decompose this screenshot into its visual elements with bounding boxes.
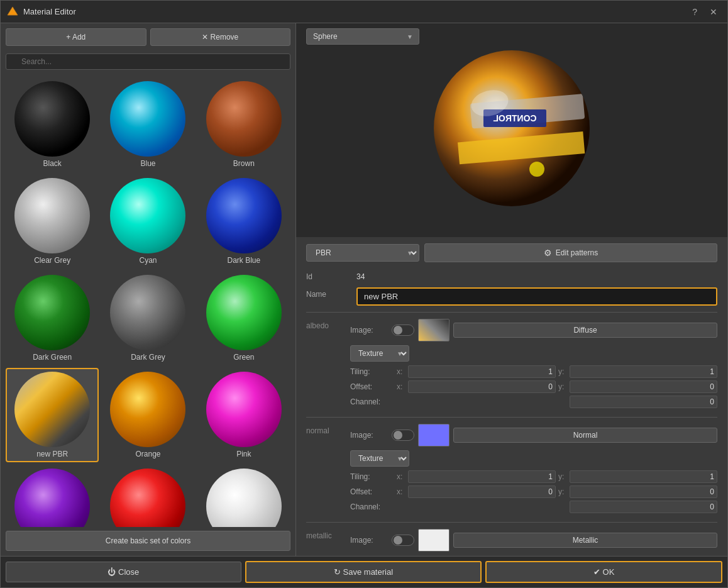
ok-button[interactable]: ✔ OK [485, 561, 722, 583]
metallic-image-thumb [418, 529, 449, 552]
material-sphere-brown [206, 81, 282, 157]
albedo-image-thumb [418, 319, 449, 341]
close-button[interactable]: ⏻ Close [6, 562, 241, 582]
normal-channel-input[interactable] [570, 501, 717, 513]
metallic-label: metallic [306, 529, 350, 540]
shape-dropdown[interactable]: Sphere Box Plane [306, 28, 419, 45]
material-label-pink: Pink [236, 450, 251, 458]
material-sphere-clear-grey [14, 178, 90, 253]
material-item-cyan[interactable]: Cyan [101, 174, 194, 269]
normal-texture-dropdown[interactable]: Texture [350, 450, 409, 467]
normal-texture-dropdown-wrap: Texture [350, 450, 409, 467]
albedo-tiling-y-input[interactable] [570, 365, 717, 378]
material-item-dark-green[interactable]: Dark Green [6, 271, 99, 365]
material-item-pink[interactable]: Pink [197, 368, 290, 462]
normal-image-row: Image: Normal [350, 424, 717, 447]
remove-button[interactable]: ✕ Remove [150, 28, 291, 46]
material-sphere-dark-green [14, 275, 90, 350]
normal-row: normal Image: Normal [306, 424, 717, 516]
title-bar: Material Editor ? ✕ [1, 1, 727, 23]
material-item-blue[interactable]: Blue [101, 77, 194, 172]
albedo-toggle-knob [394, 326, 402, 335]
name-input[interactable] [356, 287, 717, 306]
material-sphere-blue [110, 81, 185, 157]
material-item-dark-grey[interactable]: Dark Grey [101, 271, 194, 365]
albedo-offset-y-label: y: [558, 382, 567, 391]
normal-image-name-button[interactable]: Normal [453, 428, 717, 443]
material-item-clear-grey[interactable]: Clear Grey [6, 174, 99, 269]
albedo-offset-grid: Offset: x: y: [350, 380, 717, 393]
search-bar [1, 51, 295, 75]
save-material-button[interactable]: ↻ Save material [245, 561, 482, 583]
material-item-new-pbr[interactable]: new PBR [6, 368, 99, 462]
toolbar: + Add ✕ Remove [1, 23, 295, 51]
normal-offset-y-input[interactable] [570, 485, 717, 498]
divider-metallic [306, 522, 717, 523]
albedo-channel-input[interactable] [570, 396, 717, 408]
properties-area: PBR Standard Unlit ⚙ Edit patterns Id 34 [296, 237, 727, 556]
albedo-texture-dropdown[interactable]: Texture [350, 345, 409, 362]
normal-offset-x-input[interactable] [408, 485, 556, 498]
material-sphere-cyan [110, 178, 185, 253]
material-item-black[interactable]: Black [6, 77, 99, 172]
material-editor-window: Material Editor ? ✕ + Add ✕ Remove [0, 0, 728, 588]
material-label-orange: Orange [135, 450, 160, 458]
material-item-orange[interactable]: Orange [101, 368, 194, 462]
search-input[interactable] [6, 53, 290, 70]
albedo-offset-x-label: x: [397, 382, 405, 391]
material-sphere-orange [110, 372, 185, 447]
material-sphere-white [206, 469, 282, 527]
shape-dropdown-wrap: Sphere Box Plane [306, 28, 419, 45]
albedo-tiling-grid: Tiling: x: y: [350, 365, 717, 378]
main-content: + Add ✕ Remove Black Blue [1, 23, 727, 556]
metallic-image-name-button[interactable]: Metallic [453, 533, 717, 548]
material-sphere-dark-blue [206, 178, 282, 253]
albedo-tiling-x-label: x: [397, 367, 405, 376]
albedo-offset-x-input[interactable] [408, 380, 556, 393]
material-label-green: Green [233, 353, 254, 362]
bottom-bar: ⏻ Close ↻ Save material ✔ OK [1, 556, 727, 587]
material-label-clear-grey: Clear Grey [34, 256, 70, 265]
material-sphere-black [14, 81, 90, 157]
svg-text:CONTROL: CONTROL [493, 113, 537, 123]
albedo-tiling-x-input[interactable] [408, 365, 556, 378]
material-item-red[interactable]: Red [101, 465, 194, 527]
albedo-image-name-button[interactable]: Diffuse [453, 323, 717, 338]
create-basic-colors-button[interactable]: Create basic set of colors [6, 531, 290, 551]
albedo-toggle[interactable] [392, 325, 414, 336]
material-item-brown[interactable]: Brown [197, 77, 290, 172]
normal-toggle[interactable] [392, 430, 414, 441]
add-button[interactable]: + Add [6, 28, 146, 46]
help-button[interactable]: ? [688, 6, 701, 18]
normal-image-label: Image: [350, 431, 388, 440]
material-sphere-pink [206, 372, 282, 447]
search-wrap [6, 53, 290, 70]
material-item-purple[interactable]: Purple [6, 465, 99, 527]
albedo-tiling-label: Tiling: [350, 367, 394, 376]
material-item-white[interactable]: White [197, 465, 290, 527]
normal-tiling-x-input[interactable] [408, 470, 556, 483]
normal-toggle-knob [394, 431, 402, 440]
normal-tiling-y-input[interactable] [570, 470, 717, 483]
material-item-green[interactable]: Green [197, 271, 290, 365]
normal-offset-grid: Offset: x: y: [350, 485, 717, 498]
albedo-texture-dropdown-wrap: Texture [350, 345, 409, 362]
close-window-button[interactable]: ✕ [706, 6, 721, 18]
material-type-dropdown[interactable]: PBR Standard Unlit [306, 244, 419, 262]
albedo-tiling-y-label: y: [558, 367, 567, 376]
material-label-dark-green: Dark Green [33, 353, 72, 362]
material-label-new-pbr: new PBR [36, 450, 68, 458]
edit-patterns-button[interactable]: ⚙ Edit patterns [424, 243, 717, 262]
normal-image-thumb [418, 424, 449, 447]
albedo-row: albedo Image: Diffuse [306, 319, 717, 411]
material-item-dark-blue[interactable]: Dark Blue [197, 174, 290, 269]
metallic-toggle[interactable] [392, 535, 414, 546]
name-label: Name [306, 287, 356, 299]
svg-point-3 [434, 50, 590, 206]
material-preview-sphere: CONTROL [433, 50, 590, 207]
preview-svg: CONTROL [433, 50, 590, 207]
metallic-content: Image: Metallic [350, 529, 717, 555]
preview-area: Sphere Box Plane [296, 23, 727, 237]
name-row: Name [306, 287, 717, 306]
albedo-offset-y-input[interactable] [570, 380, 717, 393]
